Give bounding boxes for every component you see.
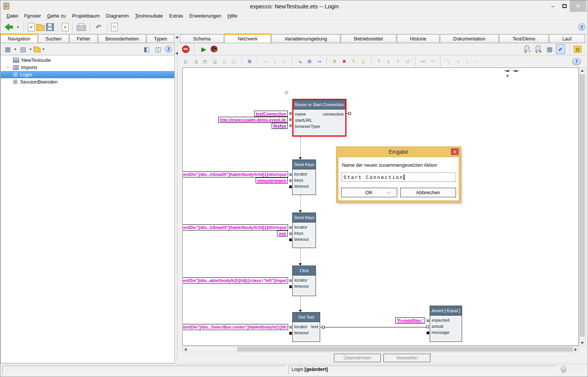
minimize-button[interactable]: –	[548, 0, 558, 12]
back-button[interactable]	[4, 23, 14, 32]
tree-item-login[interactable]: ⊞ Login	[1, 71, 174, 78]
align-top-button[interactable]: ◩	[201, 56, 209, 66]
value-box[interactable]: ntentDiv"]/div...SelectBox center"]/tabl…	[182, 324, 288, 330]
vertical-scrollbar[interactable]	[579, 68, 585, 346]
auto-resize-button[interactable]: ⇄	[403, 56, 412, 66]
connect-output-button[interactable]: ↘	[280, 56, 288, 66]
align-bottom-button[interactable]: ◪	[211, 56, 219, 66]
scrollbar-thumb[interactable]	[237, 347, 573, 351]
value-box[interactable]: mmustermann	[256, 177, 288, 184]
value-box[interactable]: http://expeccoalm-demo.exept.de	[218, 117, 288, 123]
action-node-reuse-or-start-connection[interactable]: Reuse or Start Connection nameconnection…	[292, 99, 346, 137]
tab-navigation[interactable]: Navigation	[0, 34, 38, 43]
action-node-send-keys-1[interactable]: Send Keys locator keys timeout	[292, 160, 316, 195]
input-pin-label[interactable]: timeout	[294, 330, 309, 335]
input-pin-label[interactable]: locator	[294, 324, 308, 329]
input-port[interactable]	[289, 112, 292, 115]
input-pin-label[interactable]: timeout	[294, 184, 309, 188]
collapse-arrow-icon[interactable]: ◀	[176, 52, 178, 55]
input-port[interactable]	[289, 279, 292, 282]
align-hcenter-button[interactable]: ◫	[220, 56, 229, 66]
scroll-left-icon[interactable]	[184, 348, 187, 351]
network-diagram-canvas[interactable]: ⚙ + Reuse or Start Connection nameconnec…	[182, 68, 579, 346]
input-pin-label[interactable]: locator	[294, 172, 308, 176]
select-mode-toggle[interactable]: ✔	[556, 44, 565, 54]
new-folder-button[interactable]	[34, 48, 40, 52]
maximize-button[interactable]	[559, 0, 570, 12]
menu-fenster[interactable]: Fenster	[21, 12, 44, 19]
action-name-input[interactable]: Start Connection	[341, 172, 456, 182]
panel-splitter[interactable]: ◀ ◀	[175, 34, 180, 364]
pin-default-button[interactable]: ▯	[359, 56, 367, 66]
input-pin-label[interactable]: startURL	[295, 118, 312, 122]
add-output-connection-button[interactable]: →	[315, 56, 323, 66]
tab-schema[interactable]: Schema	[180, 34, 224, 43]
action-node-assert-equal[interactable]: Assert [ Equal ] expected actual message	[430, 306, 462, 342]
ok-button[interactable]: OK ↵	[341, 188, 397, 197]
gear-icon[interactable]: ⚙	[284, 90, 289, 95]
distribute-pins-button[interactable]: ↕	[394, 56, 402, 66]
remove-breakpoints-button[interactable]	[182, 45, 190, 53]
line-polyline-button[interactable]: ↘	[454, 56, 462, 66]
expander-icon[interactable]: ▷	[7, 65, 10, 69]
scrollbar-thumb[interactable]	[580, 74, 585, 337]
grab-connection-icon[interactable]: +	[504, 70, 511, 77]
input-port[interactable]	[289, 226, 292, 229]
input-pin-label[interactable]: keys	[294, 178, 303, 182]
discard-button[interactable]: Verwerfen	[383, 354, 430, 362]
tab-lauf[interactable]: Lauf	[549, 34, 585, 43]
input-port[interactable]	[289, 173, 292, 176]
input-port[interactable]	[427, 319, 429, 322]
save-button[interactable]	[46, 23, 54, 31]
input-pin-label[interactable]: timeout	[294, 237, 309, 242]
tab-suchen[interactable]: Suchen	[38, 34, 69, 43]
back-dropdown[interactable]: ▾	[16, 22, 20, 32]
line-ortho-button[interactable]: ∟	[463, 56, 472, 66]
align-vcenter-button[interactable]: ◫	[230, 56, 238, 66]
pin-trigger-button[interactable]: ϟ	[350, 56, 358, 66]
undo-button[interactable]: ↶	[94, 22, 103, 32]
tab-test-demo[interactable]: Test/Demo	[499, 34, 549, 43]
scroll-up-icon[interactable]	[581, 69, 584, 72]
input-pin-label[interactable]: locator	[294, 278, 308, 282]
align-right-button[interactable]: ◨	[192, 56, 200, 66]
connect-input-button[interactable]: →	[261, 56, 269, 66]
zoom-out-button[interactable]: –	[523, 45, 532, 54]
output-pin-label[interactable]: connection	[322, 112, 344, 116]
value-box[interactable]: firefox	[272, 123, 288, 129]
open-button[interactable]	[36, 25, 45, 31]
action-node-click[interactable]: Click locator timeout	[292, 266, 316, 296]
debug-button[interactable]	[211, 46, 217, 52]
input-pin-label[interactable]: expected	[432, 318, 449, 322]
value-box[interactable]: ntentDiv"]/div...hSmallX"]/table/tbody/t…	[182, 171, 288, 177]
accept-button[interactable]: ✔	[28, 23, 35, 31]
grid-button[interactable]: ▦	[545, 44, 554, 54]
action-node-send-keys-2[interactable]: Send Keys locator keys timeout	[292, 213, 316, 248]
new-action-dropdown[interactable]: ▾	[29, 44, 32, 54]
help-button[interactable]: ?	[572, 58, 581, 65]
input-port[interactable]	[289, 124, 292, 127]
input-port[interactable]	[289, 326, 292, 329]
tree-item-newtestsuite[interactable]: NewTestsuite	[1, 56, 174, 64]
reload-browser-button[interactable]: ↻	[111, 23, 118, 31]
collapse-arrow-icon[interactable]: ◀	[176, 35, 178, 39]
input-port[interactable]	[426, 325, 429, 328]
move-pin-down-button[interactable]: ↓	[384, 56, 393, 66]
input-port[interactable]	[289, 185, 292, 188]
dialog-titlebar[interactable]: Eingabe x	[337, 147, 461, 157]
menu-testresultate[interactable]: Testresultate	[132, 12, 166, 19]
input-pin-label[interactable]: locator	[294, 225, 308, 229]
new-diagram-dropdown[interactable]: ▾	[13, 44, 17, 54]
output-port[interactable]	[322, 326, 325, 329]
action-node-get-text[interactable]: Get Text locatortext timeout	[292, 312, 320, 342]
tab-variablenumgebung[interactable]: Variablenumgebung	[271, 34, 340, 43]
move-pin-up-button[interactable]: ↑	[375, 56, 383, 66]
reroute-connection-button[interactable]: ↷	[429, 56, 437, 66]
input-pin-label[interactable]: timeout	[294, 284, 309, 288]
run-button[interactable]: ▶	[199, 44, 208, 54]
apply-button[interactable]: Übernehmen	[334, 354, 381, 362]
value-box[interactable]: ntentDiv"]/div...able/tbody/tr[5]/td[@cl…	[182, 277, 288, 284]
zoom-in-button[interactable]: +	[534, 45, 543, 54]
input-port[interactable]	[289, 118, 292, 121]
menu-diagramm[interactable]: Diagramm	[103, 12, 132, 19]
